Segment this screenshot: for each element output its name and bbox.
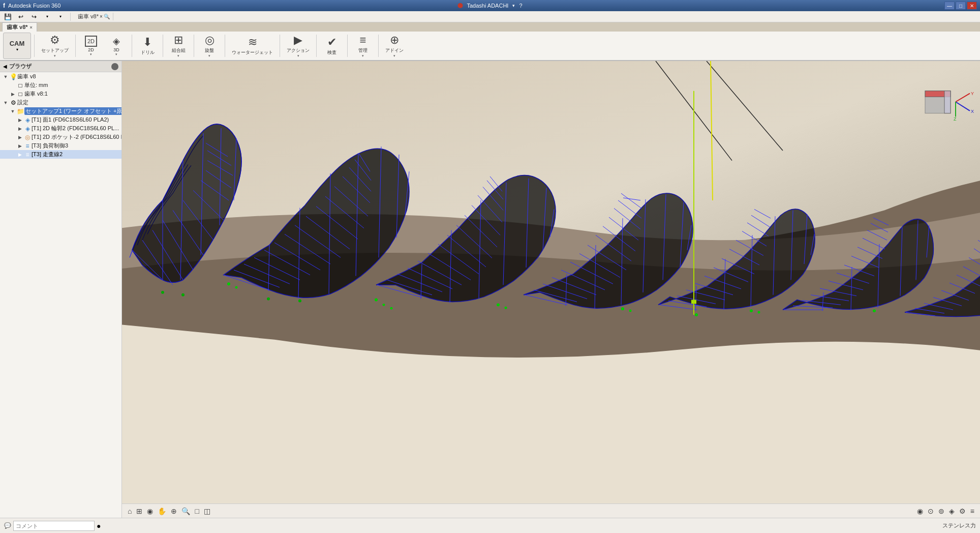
toolholder-visible-button[interactable]: ≡ — [969, 507, 976, 515]
tree-item-root[interactable]: ▼ 💡 歯車 v8 — [0, 72, 121, 81]
fixture-visible-button[interactable]: ◈ — [947, 507, 956, 515]
tree-item-setup1[interactable]: ▼ 📁 セットアップ1 (ワーク オフセット +原点) — [0, 107, 121, 115]
svg-point-165 — [621, 307, 624, 310]
toolpath-visible-button[interactable]: ◉ — [915, 507, 925, 515]
minimize-button[interactable]: — — [944, 2, 955, 10]
tree-item-op2[interactable]: ▶ ◈ [T1] 2D 輪郭2 (FD6C18S6L60 PL... — [0, 124, 121, 133]
toolbar: CAM ▾ ⚙ セットアップ ▾ 2D 2D ▾ ◈ 3D ▾ ⬇ ドリル ⊞ — [0, 32, 980, 61]
turning-button[interactable]: ◎ 旋盤 ▾ — [197, 33, 222, 59]
svg-text:Y: Y — [971, 91, 974, 96]
setup-button[interactable]: ⚙ セットアップ ▾ — [38, 33, 72, 59]
undo-dropdown[interactable]: ▾ — [42, 12, 53, 21]
tab-gear[interactable]: 歯車 v8* × — [2, 22, 37, 32]
tab-close-icon[interactable]: × — [30, 25, 33, 30]
tree-arrow-op2[interactable]: ▶ — [16, 126, 23, 131]
close-button[interactable]: ✕ — [967, 2, 977, 10]
svg-line-101 — [747, 223, 769, 236]
tab-bar: 歯車 v8* × — [0, 22, 152, 32]
browser-toggle-icon[interactable] — [111, 63, 118, 70]
addin-button[interactable]: ⊕ アドイン ▾ — [382, 33, 407, 59]
check-button[interactable]: ✔ 検査 — [320, 33, 344, 59]
svg-point-44 — [267, 298, 270, 301]
tree-label-op2: [T1] 2D 輪郭2 (FD6C18S6L60 PL... — [32, 125, 119, 132]
part-visible-button[interactable]: ⊙ — [926, 507, 935, 515]
viewport-toolbar: ⌂ ⊞ ◉ ✋ ⊕ 🔍 □ ◫ ◉ ⊙ ⊚ ◈ ⚙ ≡ — [122, 504, 980, 518]
browser-collapse-icon[interactable]: ◀ — [3, 64, 7, 69]
tree-item-units[interactable]: □ 単位: mm — [0, 81, 121, 90]
tree-item-model[interactable]: ▶ □ 歯車 v8:1 — [0, 90, 121, 98]
file-close-icon[interactable]: × — [100, 14, 103, 19]
tree-arrow-model[interactable]: ▶ — [9, 92, 16, 97]
drill-icon: ⬇ — [143, 36, 152, 49]
tree-arrow-setup1: ▼ — [9, 109, 16, 114]
3d-arrow: ▾ — [115, 52, 117, 56]
pan-button[interactable]: ✋ — [156, 507, 168, 515]
tree-item-op4[interactable]: ▶ ≡ [T3] 負荷制御3 — [0, 141, 121, 150]
tree-arrow-op4[interactable]: ▶ — [16, 143, 23, 149]
tree-item-op5[interactable]: ▶ ≡ [T3] 走査線2 — [0, 150, 121, 159]
redo-button[interactable]: ↪ — [28, 12, 40, 21]
tree-arrow-op1[interactable]: ▶ — [16, 117, 23, 123]
drill-button[interactable]: ⬇ ドリル — [135, 33, 160, 59]
grid-view-button[interactable]: ⊞ — [135, 507, 144, 515]
user-dropdown[interactable]: ▾ — [512, 3, 515, 8]
waterjet-button[interactable]: ≋ ウォータージェット — [228, 33, 277, 59]
action-label: アクション — [287, 47, 310, 54]
2d-button[interactable]: 2D 2D ▾ — [79, 33, 103, 59]
fit-button[interactable]: 🔍 — [180, 507, 192, 515]
viewport[interactable]: Y X Z — [122, 61, 980, 518]
save-button[interactable]: 💾 — [2, 12, 13, 21]
tree-icon-op3: ◎ — [23, 134, 32, 141]
action-button[interactable]: ▶ アクション ▾ — [283, 33, 313, 59]
zoom-button[interactable]: ⊕ — [169, 507, 178, 515]
perspective-button[interactable]: □ — [193, 507, 200, 515]
waterjet-label: ウォータージェット — [232, 49, 273, 56]
titlebar-title: Autodesk Fusion 360 — [8, 3, 60, 9]
manage-arrow: ▾ — [362, 54, 364, 58]
svg-point-170 — [695, 313, 698, 316]
manage-button[interactable]: ≡ 管理 ▾ — [351, 33, 375, 59]
material-status: ステンレス力 — [942, 522, 976, 529]
stock-visible-button[interactable]: ⊚ — [937, 507, 946, 515]
combined-button[interactable]: ⊞ 組合組 ▾ — [166, 33, 191, 59]
svg-text:Z: Z — [954, 116, 957, 122]
help-btn[interactable]: ? — [519, 3, 522, 9]
2d-icon: 2D — [85, 36, 97, 47]
svg-line-152 — [956, 94, 970, 102]
comment-input[interactable] — [13, 521, 95, 531]
viewport-container[interactable]: Y X Z — [122, 61, 980, 518]
maximize-button[interactable]: □ — [956, 2, 966, 10]
tree-icon-op2: ◈ — [23, 125, 32, 132]
tree-item-op1[interactable]: ▶ ◈ [T1] 面1 (FD6C18S6L60 PLA2) — [0, 115, 121, 124]
3d-button[interactable]: ◈ 3D ▾ — [104, 33, 129, 59]
tree-label-units: 単位: mm — [24, 81, 48, 89]
svg-point-166 — [629, 310, 632, 312]
tree-arrow-op3[interactable]: ▶ — [16, 135, 23, 140]
turning-icon: ◎ — [205, 34, 215, 47]
toolbar-separator-10 — [378, 35, 379, 57]
cam-menu-button[interactable]: CAM ▾ — [3, 33, 31, 59]
svg-point-45 — [298, 300, 301, 303]
tree-arrow-op5[interactable]: ▶ — [16, 152, 23, 157]
display-mode-button[interactable]: ◉ — [145, 507, 155, 515]
redo-dropdown[interactable]: ▾ — [55, 12, 66, 21]
statusbar-right: ステンレス力 — [942, 522, 976, 529]
tree-label-model: 歯車 v8:1 — [24, 90, 48, 98]
tree-icon-setup-root: ⚙ — [9, 99, 17, 106]
tree-item-setup-root[interactable]: ▼ ⚙ 設定 — [0, 98, 121, 107]
user-name: Tadashi ADACHI — [467, 3, 508, 9]
toolbar-separator-4 — [163, 35, 163, 57]
split-button[interactable]: ◫ — [202, 507, 212, 515]
home-view-button[interactable]: ⌂ — [126, 507, 133, 515]
comment-submit-icon[interactable]: ● — [97, 522, 101, 530]
tree-icon-setup1: 📁 — [16, 108, 24, 115]
undo-button[interactable]: ↩ — [15, 12, 26, 21]
svg-line-148 — [711, 61, 713, 200]
2d-arrow: ▾ — [90, 52, 92, 56]
file-tab[interactable]: 歯車 v8* × 🔍 — [75, 13, 113, 20]
machine-visible-button[interactable]: ⚙ — [958, 507, 967, 515]
file-search-icon[interactable]: 🔍 — [104, 14, 110, 19]
svg-line-82 — [623, 198, 640, 200]
titlebar: f Autodesk Fusion 360 Tadashi ADACHI ▾ ?… — [0, 0, 980, 11]
tree-item-op3[interactable]: ▶ ◎ [T1] 2D ポケット-2 (FD6C18S6L60 I... — [0, 133, 121, 141]
